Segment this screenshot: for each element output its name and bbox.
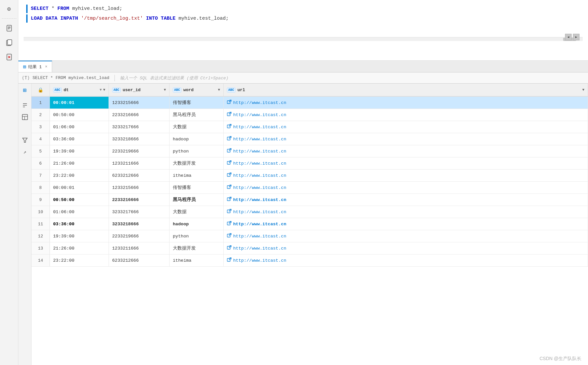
url-link-icon <box>227 160 232 166</box>
cell-num-8: 8 <box>31 182 50 193</box>
tab-label: 结果 1 <box>28 64 42 70</box>
table-row[interactable]: 6 21:26:00 1233211666 大数据开发 http://www.i… <box>31 157 588 170</box>
column-header-dt[interactable]: ABC dt ▼ ▼ <box>50 84 109 96</box>
sql-text-1[interactable]: SELECT * FROM myhive.test_load; <box>31 5 122 13</box>
table-row[interactable]: 13 21:26:00 1233211666 大数据开发 http://www.… <box>31 242 588 254</box>
cell-dt-1: 00:00:01 <box>50 97 109 109</box>
table-container: ⊞ ↗ <box>18 84 588 365</box>
cell-url-4[interactable]: http://www.itcast.cn <box>224 133 588 145</box>
keyword-data: DATA <box>46 16 57 21</box>
left-panel-arrows-icon[interactable] <box>20 100 30 111</box>
svg-rect-30 <box>227 186 230 189</box>
file-copy-icon[interactable] <box>3 36 15 49</box>
cell-dt-2: 00:50:00 <box>50 109 109 121</box>
table-row[interactable]: 12 19:39:00 2233219666 python http://www… <box>31 230 588 242</box>
sql-gutter-1 <box>26 5 28 13</box>
table-row[interactable]: 14 23:22:00 6233212666 itheima http://ww… <box>31 254 588 267</box>
table-row[interactable]: 1 00:00:01 1233215666 传智播客 http://www.it… <box>31 97 588 109</box>
sort-arrow-dt[interactable]: ▼ <box>100 88 102 92</box>
keyword-inpath: INPATH <box>60 16 78 21</box>
cell-word-8: 传智播客 <box>170 182 224 193</box>
cell-url-13[interactable]: http://www.itcast.cn <box>224 242 588 254</box>
left-panel-link-icon[interactable]: ↗ <box>20 147 30 157</box>
cell-url-10[interactable]: http://www.itcast.cn <box>224 206 588 218</box>
cell-userid-1: 1233215666 <box>109 97 170 109</box>
left-panel-filter-icon[interactable] <box>20 135 30 145</box>
table-row[interactable]: 11 03:36:00 3233218666 hadoop http://www… <box>31 218 588 230</box>
cell-dt-3: 01:06:00 <box>50 121 109 133</box>
table-header: 🔒 ABC dt ▼ ▼ <box>31 84 588 97</box>
svg-rect-12 <box>22 114 28 120</box>
cell-url-14[interactable]: http://www.itcast.cn <box>224 254 588 266</box>
dropdown-userid[interactable]: ▼ <box>164 88 166 92</box>
cell-url-12[interactable]: http://www.itcast.cn <box>224 230 588 242</box>
cell-url-7[interactable]: http://www.itcast.cn <box>224 170 588 181</box>
column-header-url[interactable]: ABC url ▼ <box>224 84 588 96</box>
cell-num-13: 13 <box>31 242 50 254</box>
cell-url-3[interactable]: http://www.itcast.cn <box>224 121 588 133</box>
file-x-icon[interactable] <box>3 51 15 63</box>
cell-url-9[interactable]: http://www.itcast.cn <box>224 194 588 206</box>
url-link-icon <box>227 257 232 263</box>
sql-text-2[interactable]: LOAD DATA INPATH '/tmp/search_log.txt' I… <box>31 14 229 23</box>
cell-word-10: 大数据 <box>170 206 224 218</box>
file-doc-icon[interactable] <box>3 22 15 34</box>
cell-dt-12: 19:39:00 <box>50 230 109 242</box>
left-panel-grid-icon[interactable]: ⊞ <box>20 85 30 95</box>
cell-dt-9: 00:50:00 <box>50 194 109 206</box>
row-num-header: 🔒 <box>31 84 50 96</box>
dropdown-dt[interactable]: ▼ <box>103 88 105 92</box>
scroll-left-arrow[interactable]: ◀ <box>565 34 572 40</box>
tab-close-button[interactable]: × <box>45 65 47 69</box>
cell-userid-10: 3233217666 <box>109 206 170 218</box>
cell-word-1: 传智播客 <box>170 97 224 109</box>
cell-num-5: 5 <box>31 145 50 157</box>
cell-word-14: itheima <box>170 254 224 266</box>
result-tab-1[interactable]: ⊞ 结果 1 × <box>18 61 52 72</box>
cell-word-2: 黑马程序员 <box>170 109 224 121</box>
cell-userid-2: 2233216666 <box>109 109 170 121</box>
table-row[interactable]: 7 23:22:00 6233212666 itheima http://www… <box>31 170 588 182</box>
url-text-13: http://www.itcast.cn <box>233 246 286 251</box>
table-row[interactable]: 5 19:39:00 2233219666 python http://www.… <box>31 145 588 157</box>
horizontal-scrollbar[interactable]: ◀ ▶ <box>24 37 583 41</box>
cell-dt-11: 03:36:00 <box>50 218 109 230</box>
cell-url-1[interactable]: http://www.itcast.cn <box>224 97 588 109</box>
scroll-right-arrow[interactable]: ▶ <box>573 34 579 40</box>
scroll-arrows: ◀ ▶ <box>565 34 579 40</box>
url-text-10: http://www.itcast.cn <box>233 210 286 214</box>
dropdown-url[interactable]: ▼ <box>582 88 584 92</box>
keyword-from: FROM <box>57 6 69 11</box>
table-row[interactable]: 2 00:50:00 2233216666 黑马程序员 http://www.i… <box>31 109 588 121</box>
table-row[interactable]: 10 01:06:00 3233217666 大数据 http://www.it… <box>31 206 588 218</box>
dropdown-word[interactable]: ▼ <box>218 88 220 92</box>
cell-word-11: hadoop <box>170 218 224 230</box>
cell-userid-5: 2233219666 <box>109 145 170 157</box>
left-panel-icons: ⊞ ↗ <box>18 84 31 365</box>
table-row[interactable]: 9 00:50:00 2233216666 黑马程序员 http://www.i… <box>31 194 588 206</box>
cell-url-11[interactable]: http://www.itcast.cn <box>224 218 588 230</box>
table-row[interactable]: 8 00:00:01 1233215666 传智播客 http://www.it… <box>31 182 588 194</box>
left-panel-table-icon[interactable] <box>20 112 30 122</box>
cell-url-8[interactable]: http://www.itcast.cn <box>224 182 588 193</box>
url-text-5: http://www.itcast.cn <box>233 149 286 154</box>
cell-url-5[interactable]: http://www.itcast.cn <box>224 145 588 157</box>
filter-placeholder[interactable]: 输入一个 SQL 表达式来过滤结果 (使用 Ctrl+Space) <box>120 75 228 81</box>
url-text-8: http://www.itcast.cn <box>233 185 286 190</box>
url-text-9: http://www.itcast.cn <box>233 197 286 202</box>
svg-rect-20 <box>227 125 230 128</box>
table-row[interactable]: 4 03:36:00 3233218666 hadoop http://www.… <box>31 133 588 145</box>
cell-url-2[interactable]: http://www.itcast.cn <box>224 109 588 121</box>
cell-userid-7: 6233212666 <box>109 170 170 181</box>
cell-dt-10: 01:06:00 <box>50 206 109 218</box>
url-text-11: http://www.itcast.cn <box>233 222 286 227</box>
keyword-into: INTO <box>146 16 158 21</box>
main-content: SELECT * FROM myhive.test_load; LOAD DAT… <box>18 0 588 365</box>
url-link-icon <box>227 172 232 178</box>
cell-url-6[interactable]: http://www.itcast.cn <box>224 157 588 169</box>
column-header-userid[interactable]: ABC user_id ▼ <box>109 84 170 96</box>
table-row[interactable]: 3 01:06:00 3233217666 大数据 http://www.itc… <box>31 121 588 133</box>
cell-userid-14: 6233212666 <box>109 254 170 266</box>
settings-icon[interactable]: ⚙ <box>3 3 15 15</box>
column-header-word[interactable]: ABC word ▼ <box>170 84 224 96</box>
